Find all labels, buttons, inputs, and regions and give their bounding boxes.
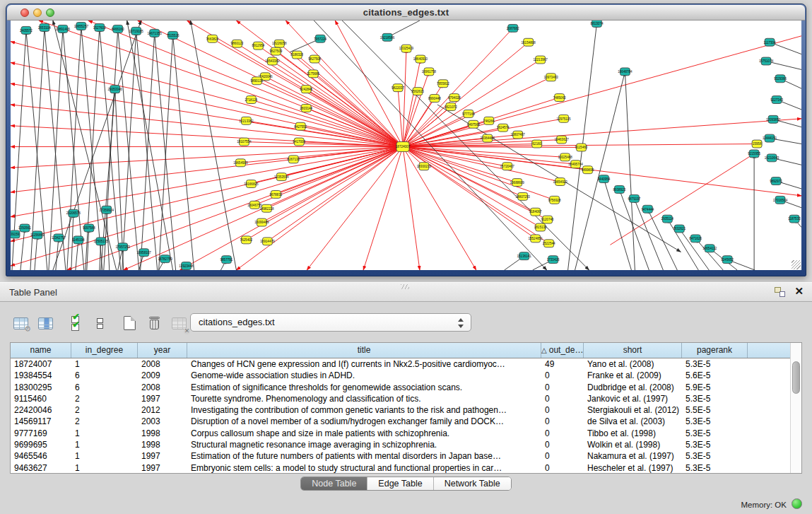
graph-node[interactable]: 6879197 <box>628 194 641 202</box>
delete-column-button[interactable] <box>143 313 165 333</box>
graph-node[interactable]: 13325419 <box>399 45 414 52</box>
table-selector-combobox[interactable]: citations_edges.txt <box>190 313 471 332</box>
graph-node[interactable]: 9860123 <box>231 40 244 47</box>
panel-splitter-handle[interactable] <box>401 284 409 289</box>
graph-node[interactable]: 9417006 <box>293 138 305 146</box>
window-resize-grip[interactable] <box>792 260 801 269</box>
graph-node[interactable]: 1117304 <box>764 38 777 46</box>
graph-node[interactable]: 1815132 <box>534 223 547 231</box>
graph-node[interactable]: 19654923 <box>553 178 567 186</box>
graph-node[interactable]: 18300213 <box>417 163 432 170</box>
graph-node[interactable]: 9097588 <box>83 224 95 232</box>
graph-node[interactable]: 7632621 <box>673 225 686 233</box>
graph-node[interactable]: 19166825 <box>244 180 259 188</box>
graph-node[interactable]: 20891406 <box>56 25 71 33</box>
scrollbar-thumb[interactable] <box>792 361 800 394</box>
graph-node[interactable]: 12444151 <box>763 134 777 142</box>
graph-node[interactable]: 15958 <box>752 140 762 148</box>
graph-node[interactable]: 10719185 <box>129 27 143 35</box>
graph-node[interactable]: 9756928 <box>548 196 561 204</box>
graph-node[interactable]: 17016504 <box>773 196 788 204</box>
column-header-in_degree[interactable]: in_degree <box>71 343 138 358</box>
graph-node[interactable]: 18107554 <box>237 138 252 146</box>
graph-node[interactable]: 9215955 <box>748 150 760 158</box>
graph-node[interactable]: 18640910 <box>413 55 428 63</box>
graph-node[interactable]: 9227343 <box>770 96 783 104</box>
graph-node[interactable]: 2653104 <box>38 23 51 31</box>
graph-node[interactable]: 18226058 <box>272 40 287 47</box>
graph-node[interactable]: 9857791 <box>220 256 233 264</box>
table-mode-button[interactable]: ⚙ <box>10 313 31 333</box>
graph-node[interactable]: 8186328 <box>290 51 303 59</box>
table-row[interactable]: 969969511998Structural magnetic resonanc… <box>11 439 790 450</box>
column-select-button[interactable] <box>35 313 56 333</box>
graph-node[interactable]: 11156869 <box>30 231 45 239</box>
graph-node[interactable]: 12213967 <box>533 56 548 64</box>
column-header-year[interactable]: year <box>138 343 187 358</box>
graph-node[interactable]: 12093857 <box>766 115 781 123</box>
graph-node[interactable]: 1621072 <box>445 103 457 111</box>
graph-node[interactable]: 16961758 <box>422 68 437 76</box>
graph-node[interactable]: 17359924 <box>100 206 114 214</box>
graph-node[interactable]: 15136141 <box>517 252 532 260</box>
graph-node[interactable]: 1145194 <box>72 236 85 244</box>
graph-node[interactable]: 15524851 <box>528 235 543 243</box>
table-row[interactable]: 1830029562008Estimation of significance … <box>11 382 790 393</box>
graph-node[interactable]: 12213382 <box>239 117 254 124</box>
graph-node[interactable]: 2522544 <box>543 240 555 247</box>
graph-node[interactable]: 10807487 <box>511 131 526 139</box>
graph-node[interactable]: 8990448 <box>428 95 441 103</box>
column-checklist-button[interactable]: ✔✔ <box>64 313 86 333</box>
graph-node[interactable]: 15751074 <box>759 57 774 65</box>
table-row[interactable]: 911546021997Tourette syndrome. Phenomeno… <box>11 393 790 404</box>
table-row[interactable]: 1938455462009Genome-wide association stu… <box>11 370 790 381</box>
graph-node[interactable]: 14671355 <box>147 29 162 37</box>
graph-node[interactable]: 16914479 <box>260 238 275 245</box>
column-header-short[interactable]: short <box>584 343 682 358</box>
graph-node[interactable]: 10655257 <box>74 22 89 30</box>
graph-node[interactable]: 12353594 <box>274 173 289 181</box>
graph-node[interactable]: 10688609 <box>510 179 525 187</box>
graph-node[interactable]: 7485063 <box>553 94 566 102</box>
graph-node[interactable]: 8427552 <box>294 122 307 130</box>
graph-node[interactable]: 8678832 <box>269 190 282 198</box>
graph-node[interactable]: 8471626 <box>689 235 702 243</box>
table-row[interactable]: 977716911998Corpus callosum shape and si… <box>11 428 790 439</box>
graph-node[interactable]: 9242848 <box>300 86 312 93</box>
graph-node[interactable]: 12505135 <box>94 238 109 245</box>
network-canvas[interactable]: 2405572265310420891406106552571527602846… <box>11 21 801 270</box>
column-header-pagerank[interactable]: pagerank <box>682 343 748 358</box>
float-panel-icon[interactable] <box>775 287 785 297</box>
graph-node[interactable]: 17957253 <box>116 243 131 251</box>
graph-node[interactable]: 16543382 <box>265 57 280 65</box>
graph-node[interactable]: 9474444 <box>641 205 654 213</box>
graph-node[interactable]: 2087682 <box>507 24 519 32</box>
graph-node[interactable]: 7515526 <box>167 31 180 39</box>
graph-node[interactable]: 1187533 <box>788 215 801 223</box>
graph-node[interactable]: 2718126 <box>245 96 257 104</box>
column-header-name[interactable]: name <box>11 343 71 358</box>
graph-node[interactable]: 19654903 <box>233 159 248 167</box>
graph-node[interactable]: 6794028 <box>448 94 461 102</box>
graph-node[interactable]: 9827508 <box>308 55 321 63</box>
graph-node[interactable]: 18807293 <box>516 192 531 200</box>
new-column-button[interactable] <box>119 313 140 333</box>
graph-node[interactable]: 16495784 <box>568 160 583 168</box>
graph-node[interactable]: 12975115 <box>557 115 571 122</box>
graph-node[interactable]: 10025488 <box>558 153 572 161</box>
row-pair-button[interactable] <box>89 313 110 333</box>
window-titlebar[interactable]: citations_edges.txt <box>7 5 805 21</box>
graph-node[interactable]: 9892971 <box>770 177 782 185</box>
graph-node[interactable]: 7625402 <box>240 236 252 244</box>
graph-node[interactable]: 18724007 <box>396 142 411 152</box>
graph-node[interactable]: 3175685 <box>307 70 319 78</box>
graph-node[interactable]: 2935114 <box>661 215 674 223</box>
graph-node[interactable]: 10973493 <box>543 74 558 81</box>
memory-indicator-icon[interactable] <box>792 498 802 509</box>
graph-node[interactable]: 7663822 <box>206 35 219 42</box>
graph-node[interactable]: 3624574 <box>497 124 510 132</box>
graph-node[interactable]: 62160 <box>532 140 542 148</box>
tab-network-table[interactable]: Network Table <box>434 477 511 490</box>
graph-node[interactable]: 7957224 <box>314 35 326 42</box>
tab-node-table[interactable]: Node Table <box>301 477 367 490</box>
